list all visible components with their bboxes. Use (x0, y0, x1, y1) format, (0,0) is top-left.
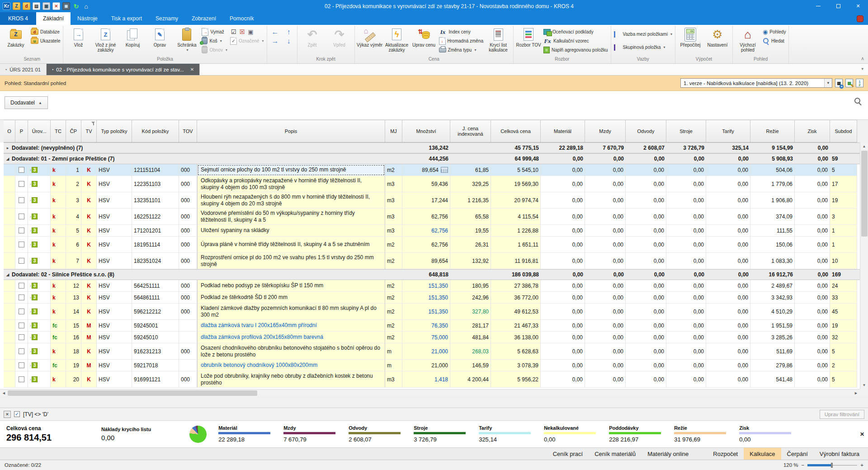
column-header-stroje[interactable]: Stroje (666, 120, 706, 142)
ribbon-button-krycí-list-kalkulace[interactable]: Krycí list kalkulace (485, 26, 512, 56)
menu-tab-z-kladn-[interactable]: Základní (36, 12, 71, 25)
column-header-kod[interactable]: Kód položky (132, 120, 179, 142)
group-row[interactable]: ◢Dodavatel: 01 - Zemní práce Přeštice (7… (4, 153, 860, 164)
table-row[interactable]: ›3k14KHSV596212212000Kladení zámkové dla… (4, 304, 860, 320)
column-header-mzdy[interactable]: Mzdy (585, 120, 626, 142)
row-checkbox[interactable] (19, 334, 24, 340)
table-row[interactable]: ›3fc16MHSV59245010dlažba zámková profilo… (4, 332, 860, 343)
row-checkbox[interactable] (19, 167, 24, 173)
ribbon-button-kalkulační-vzorec[interactable]: FxKalkulační vzorec (543, 37, 608, 45)
menu-tab-pomocn-k[interactable]: Pomocník (223, 12, 260, 25)
version-compare-icon[interactable]: 12 (856, 79, 863, 87)
row-checkbox[interactable] (19, 181, 24, 187)
ribbon-button-přepočítej[interactable]: Přepočítej (677, 26, 704, 56)
column-header-tv[interactable]: TV (81, 120, 97, 142)
group-row[interactable]: ▸Dodavatel: (nevyplněno) (7)136,24245 77… (4, 142, 860, 153)
table-row[interactable]: ›3k18KHSV916231213000Osazení chodníkovéh… (4, 343, 860, 360)
summary-close-icon[interactable]: ✕ (860, 431, 864, 437)
column-header-jcena[interactable]: J. cena indexovaná (450, 120, 491, 142)
ribbon-button-nastavení[interactable]: ⚙Nastavení (704, 26, 731, 56)
horizontal-scroll-thumb[interactable] (8, 390, 257, 396)
column-header-subdod[interactable]: Subdod (830, 120, 857, 142)
group-row[interactable]: ◢Dodavatel: 02 - Silnice Přeštice s.r.o.… (4, 269, 860, 280)
column-header-mj[interactable]: MJ (385, 120, 402, 142)
column-header-tarify[interactable]: Tarify (706, 120, 750, 142)
ribbon-button-hledat[interactable]: Hledat (763, 37, 786, 45)
table-row[interactable]: ›3k6KHSV181951114000Úprava pláně v horni… (4, 237, 860, 253)
ribbon-button-naplň-agregovanou-položku[interactable]: Naplň agregovanou položku (543, 46, 608, 54)
menu-kros4[interactable]: KROS 4 (0, 12, 36, 25)
menu-tab-seznamy[interactable]: Seznamy (149, 12, 185, 25)
ribbon-button-kopíruj[interactable]: Kopíruj (119, 26, 146, 56)
ribbon-button-arrow-left[interactable]: ← (270, 28, 281, 36)
close-button[interactable]: ✕ (848, 0, 868, 12)
version-select-dropdown-icon[interactable]: ▼ (824, 79, 832, 87)
document-tab-0[interactable]: •ÚRS 2021 01 (0, 64, 47, 75)
row-checkbox[interactable] (19, 376, 24, 382)
ribbon-button-vlož[interactable]: →Vlož (65, 26, 92, 56)
column-header-p[interactable]: P (15, 120, 28, 142)
column-header-o[interactable]: O (4, 120, 15, 142)
expand-icon[interactable]: ▸ (4, 143, 12, 153)
row-checkbox[interactable] (19, 283, 24, 289)
vertical-scroll-thumb[interactable] (861, 151, 868, 237)
horizontal-scrollbar[interactable]: ◄ ► (0, 389, 860, 396)
table-row[interactable]: ›3k12KHSV564251111000Podklad nebo podsyp… (4, 280, 860, 292)
module-tab-čerpání[interactable]: Čerpání (781, 448, 814, 460)
printer-icon[interactable]: ▣ (42, 2, 50, 10)
column-header-tov[interactable]: TOV (179, 120, 197, 142)
folder-d-icon[interactable]: d (23, 2, 30, 10)
row-checkbox[interactable] (19, 242, 24, 247)
calculator-icon[interactable]: ▦ (62, 2, 70, 10)
ribbon-button-výchozí-pohled[interactable]: ⌂Výchozí pohled (734, 26, 761, 56)
column-header-mnozstvi[interactable]: Množství (402, 120, 450, 142)
column-header-celkova[interactable]: Celková cena (491, 120, 541, 142)
table-row[interactable]: ›3k20KHSV916991121000Lože pod obrubníky,… (4, 371, 860, 388)
zoom-out-icon[interactable]: − (802, 462, 805, 468)
collapse-icon[interactable]: ◢ (4, 154, 12, 164)
column-header-urov[interactable]: Úrov... (28, 120, 51, 142)
ribbon-button-hromadná-změna[interactable]: ↓Hromadná změna (439, 37, 483, 45)
filter-funnel-icon[interactable] (91, 122, 95, 125)
version-select[interactable]: 1. verze - Nabídková kalkulace [nabídka]… (680, 78, 832, 88)
table-row[interactable]: ›3k1KHSV121151104000Sejmutí ornice ploch… (4, 164, 860, 176)
row-checkbox[interactable] (19, 197, 24, 203)
home-icon[interactable]: ⌂ (82, 2, 90, 10)
ribbon-collapse-icon[interactable]: ∧ (861, 56, 864, 62)
module-tab-ceník-prací[interactable]: Ceník prací (547, 448, 589, 460)
ribbon-button-koš[interactable]: Koš (202, 37, 227, 45)
row-checkbox[interactable] (19, 348, 24, 354)
row-checkbox[interactable] (19, 214, 24, 219)
tab-list-dropdown-icon[interactable]: ▾ (861, 66, 863, 71)
column-header-zisk[interactable]: Zisk (795, 120, 830, 142)
table-row[interactable]: ›3fc15MHSV59245001dlažba zámková tvaru I… (4, 320, 860, 332)
scroll-up-icon[interactable]: ▲ (860, 142, 868, 150)
module-tab-rozpočet[interactable]: Rozpočet (707, 448, 744, 460)
module-tab-ceník-materiálů[interactable]: Ceník materiálů (589, 448, 642, 460)
filter-enabled-checkbox[interactable]: ✓ (14, 411, 20, 417)
tab-close-icon[interactable]: ✕ (190, 67, 194, 72)
maximize-button[interactable] (828, 0, 848, 12)
ribbon-button-aktualizace-zakázky[interactable]: Aktualizace zakázky (383, 26, 410, 56)
ribbon-button-zakázky[interactable]: ZZakázky (2, 26, 29, 56)
module-tab-výrobní-faktura[interactable]: Výrobní faktura (814, 448, 865, 460)
row-checkbox[interactable] (19, 294, 24, 300)
version-add-icon[interactable]: ▤ (835, 79, 843, 87)
ribbon-button-vlož-z-jiné-zakázky[interactable]: ZVlož z jiné zakázky (92, 26, 119, 56)
ribbon-button-oceňovací-podklady[interactable]: Oceňovací podklady (543, 28, 608, 36)
table-row[interactable]: ›3k4KHSV162251122000Vodorovné přemístění… (4, 209, 860, 225)
ribbon-button-oprav[interactable]: ✎Oprav (146, 26, 173, 56)
column-header-typ[interactable]: Typ položky (97, 120, 132, 142)
kros-logo-icon[interactable]: Kr (3, 2, 10, 10)
scroll-down-icon[interactable]: ▼ (860, 381, 868, 389)
column-header-cp[interactable]: ČP (66, 120, 81, 142)
scroll-right-icon[interactable]: ► (852, 389, 860, 397)
filter-remove-button[interactable]: ✕ (4, 411, 11, 418)
column-header-tc[interactable]: TC (51, 120, 66, 142)
ribbon-button-index-ceny[interactable]: IxIndex ceny (439, 28, 483, 36)
scroll-left-icon[interactable]: ◄ (0, 389, 8, 397)
ribbon-button-vpřed[interactable]: ↷Vpřed (326, 26, 353, 56)
version-edit-icon[interactable]: ▤ (845, 79, 853, 87)
document-icon[interactable]: ▤ (33, 2, 40, 10)
calc-x-icon[interactable]: ✕ (52, 2, 60, 10)
